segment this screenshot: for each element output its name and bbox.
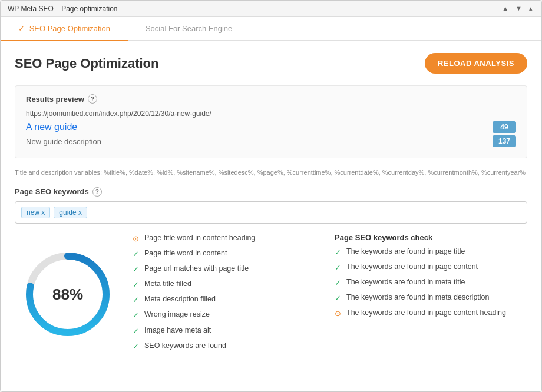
tabs-bar: ✓ SEO Page Optimization Social For Searc… <box>1 17 541 41</box>
close-btn[interactable]: ▴ <box>527 5 534 12</box>
window-frame: WP Meta SEO – Page optimization ▲ ▼ ▴ ✓ … <box>0 0 542 392</box>
checks-left-column: ⊙ Page title word in content heading ✓ P… <box>133 233 325 357</box>
ok-icon: ✓ <box>133 326 141 337</box>
page-title: SEO Page Optimization <box>15 56 158 71</box>
tab-social-label: Social For Search Engine <box>146 24 232 33</box>
analysis-section: 88% ⊙ Page title word in content heading… <box>15 233 527 357</box>
keyword-tag-guide[interactable]: guide x <box>54 207 87 218</box>
reload-analysis-button[interactable]: RELOAD ANALYSIS <box>425 53 527 74</box>
check-item: ✓ Meta description filled <box>133 294 325 305</box>
ok-icon: ✓ <box>133 341 141 352</box>
check-item: ✓ The keywords are found in meta descrip… <box>335 293 527 304</box>
minimize-btn[interactable]: ▲ <box>500 5 510 12</box>
keywords-label: Page SEO keywords ? <box>15 187 527 197</box>
tab-seo-label: SEO Page Optimization <box>29 24 110 33</box>
ok-icon: ✓ <box>335 293 343 304</box>
ok-icon: ✓ <box>133 280 141 290</box>
ok-icon: ✓ <box>335 263 343 273</box>
check-item: ✓ Page url matches with page title <box>133 264 325 275</box>
check-item: ⊙ The keywords are found in page content… <box>335 308 527 319</box>
ok-icon: ✓ <box>133 264 141 275</box>
preview-title-row: A new guide 49 <box>26 121 516 133</box>
preview-desc-row: New guide description 137 <box>26 135 516 147</box>
results-preview-section: Results preview ? https://joomunitied.co… <box>15 85 527 158</box>
preview-description: New guide description <box>26 137 101 146</box>
main-content: SEO Page Optimization RELOAD ANALYSIS Re… <box>1 41 541 391</box>
ok-icon: ✓ <box>335 247 343 258</box>
check-item: ✓ The keywords are found in page content <box>335 262 527 273</box>
score-circle-container: 88% <box>15 233 121 357</box>
tab-social[interactable]: Social For Search Engine <box>128 17 250 40</box>
ok-icon: ✓ <box>133 249 141 260</box>
variables-text: Title and description variables: %title%… <box>15 168 527 178</box>
ok-icon: ✓ <box>133 295 141 305</box>
score-circle: 88% <box>21 247 115 341</box>
preview-url: https://joomunitied.com/index.php/2020/1… <box>26 109 516 118</box>
check-item: ✓ Wrong image resize <box>133 310 325 321</box>
keywords-input-box[interactable]: new x guide x <box>15 201 527 224</box>
page-header: SEO Page Optimization RELOAD ANALYSIS <box>15 53 527 74</box>
score-text: 88% <box>52 285 83 304</box>
check-item: ✓ SEO keywords are found <box>133 341 325 352</box>
check-item: ✓ The keywords are found in meta title <box>335 277 527 288</box>
check-item: ✓ Meta title filled <box>133 279 325 290</box>
results-preview-help-icon[interactable]: ? <box>88 94 97 104</box>
ok-icon: ✓ <box>133 310 141 321</box>
tab-seo-optimization[interactable]: ✓ SEO Page Optimization <box>1 17 128 40</box>
keywords-section: Page SEO keywords ? new x guide x <box>15 187 527 224</box>
window-title: WP Meta SEO – Page optimization <box>8 5 118 13</box>
checks-right-column: Page SEO keywords check ✓ The keywords a… <box>335 233 527 357</box>
check-item: ✓ Image have meta alt <box>133 325 325 337</box>
warn-icon: ⊙ <box>335 308 343 319</box>
preview-title-link[interactable]: A new guide <box>26 122 77 132</box>
check-item: ⊙ Page title word in content heading <box>133 233 325 244</box>
ok-icon: ✓ <box>335 278 343 288</box>
warn-icon: ⊙ <box>133 234 141 244</box>
restore-btn[interactable]: ▼ <box>514 5 524 12</box>
keywords-help-icon[interactable]: ? <box>92 187 102 197</box>
checks-right-title: Page SEO keywords check <box>335 233 527 242</box>
title-bar-controls: ▲ ▼ ▴ <box>500 5 534 12</box>
tab-checkmark: ✓ <box>18 24 25 33</box>
desc-count-badge: 137 <box>493 135 516 147</box>
keyword-tag-new[interactable]: new x <box>21 207 50 218</box>
title-bar: WP Meta SEO – Page optimization ▲ ▼ ▴ <box>1 1 541 17</box>
results-preview-label: Results preview ? <box>26 94 516 104</box>
check-item: ✓ Page title word in content <box>133 248 325 260</box>
check-item: ✓ The keywords are found in page title <box>335 247 527 258</box>
checks-container: ⊙ Page title word in content heading ✓ P… <box>133 233 527 357</box>
title-count-badge: 49 <box>493 121 516 133</box>
